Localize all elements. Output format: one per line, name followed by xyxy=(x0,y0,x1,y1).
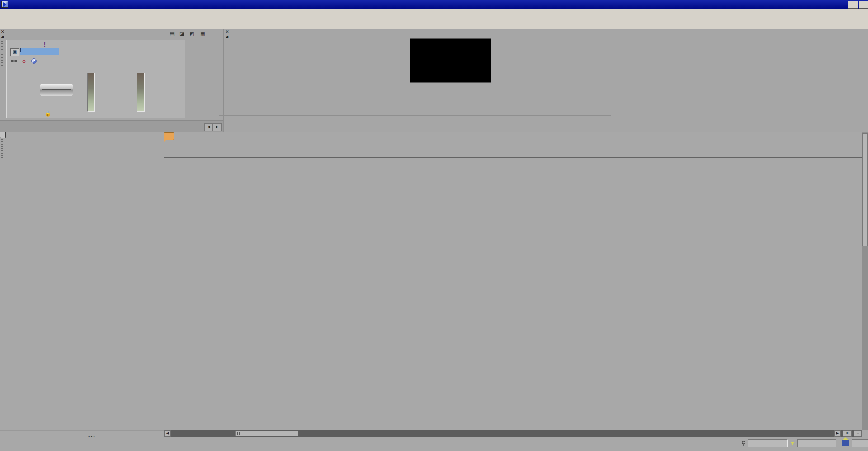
scroll-right-icon[interactable]: ▶ xyxy=(834,430,841,437)
main-transport-bar xyxy=(165,437,292,451)
automation-settings-icon[interactable]: ⚙ xyxy=(20,58,28,65)
zoom-out-icon[interactable]: ━ xyxy=(854,430,862,437)
dock-area: ✕ ◀ ▤ ◪ ◩ ▦ ▣ ⚙ ! xyxy=(0,29,868,132)
tab-scroll-left-icon[interactable]: ◀ xyxy=(204,123,213,131)
dim-output-icon[interactable]: ◩ xyxy=(188,30,196,37)
dock-tab-strip: ◀ ▶ xyxy=(0,120,223,132)
tab-scroll-right-icon[interactable]: ▶ xyxy=(213,123,222,131)
marker-triangle-icon xyxy=(790,442,795,445)
pane-grip[interactable]: ✕ ◀ xyxy=(225,29,230,119)
mute-icon[interactable] xyxy=(30,58,38,65)
master-channel-strip: ▣ ⚙ ! 🔒 xyxy=(6,40,185,118)
video-display xyxy=(410,38,491,83)
app-icon xyxy=(1,1,8,8)
media-icon xyxy=(842,440,849,446)
master-bus-pane: ✕ ◀ ▤ ◪ ◩ ▦ ▣ ⚙ ! xyxy=(0,29,223,132)
horizontal-scrollbar-thumb[interactable] xyxy=(235,431,298,436)
scroll-left-icon[interactable]: ◀ xyxy=(164,430,171,437)
pane-grip[interactable]: ✕ ◀ xyxy=(0,29,5,119)
restore-button[interactable] xyxy=(859,1,868,9)
master-meter-right xyxy=(137,73,145,112)
vertical-scrollbar-thumb[interactable] xyxy=(862,133,868,246)
toolbar xyxy=(0,19,868,29)
edit-details-icon[interactable]: ▤ xyxy=(168,30,176,37)
timeline-area: ◀ ▶ ✚ ━ ◀◀▶▶ xyxy=(0,132,868,437)
marker-bar[interactable] xyxy=(164,132,862,144)
time-ruler[interactable] xyxy=(164,144,862,158)
status-bar xyxy=(0,437,868,451)
zoom-in-icon[interactable]: ✚ xyxy=(843,430,852,437)
playhead-handle[interactable] xyxy=(0,132,6,138)
pin-icon[interactable] xyxy=(741,441,746,448)
master-meter-left xyxy=(87,73,95,112)
vertical-scrollbar[interactable] xyxy=(862,132,868,430)
lock-icon[interactable]: 🔒 xyxy=(45,111,51,117)
minimize-button[interactable] xyxy=(848,1,858,9)
insert-fx-icon[interactable] xyxy=(10,58,18,65)
status-timecode-field[interactable] xyxy=(748,439,788,447)
grip-dots xyxy=(1,41,3,68)
menu-bar xyxy=(0,9,868,19)
preview-transport-bar xyxy=(404,103,499,111)
close-icon[interactable]: ✕ xyxy=(226,30,229,33)
video-preview-pane: ✕ ◀ xyxy=(223,29,615,132)
title-bar xyxy=(0,0,868,9)
status-field-secondary[interactable] xyxy=(797,439,836,447)
mixer-properties-icon[interactable]: ▦ xyxy=(199,30,207,37)
close-icon[interactable]: ✕ xyxy=(1,30,5,33)
master-meter-scale xyxy=(95,72,113,112)
solo-icon[interactable]: ! xyxy=(41,42,48,48)
marker-flag[interactable] xyxy=(164,132,174,140)
master-fader-handle[interactable] xyxy=(40,84,73,96)
master-bus-button[interactable]: ▣ xyxy=(10,48,19,56)
pin-icon[interactable]: ◀ xyxy=(226,35,228,39)
downmix-output-icon[interactable]: ◪ xyxy=(178,30,186,37)
video-preview-toolbar xyxy=(231,29,611,39)
master-name-field[interactable] xyxy=(20,48,59,55)
status-field-tertiary[interactable] xyxy=(852,439,868,447)
horizontal-scrollbar[interactable]: ◀ ▶ ✚ ━ xyxy=(164,430,862,437)
pin-icon[interactable]: ◀ xyxy=(1,35,4,39)
